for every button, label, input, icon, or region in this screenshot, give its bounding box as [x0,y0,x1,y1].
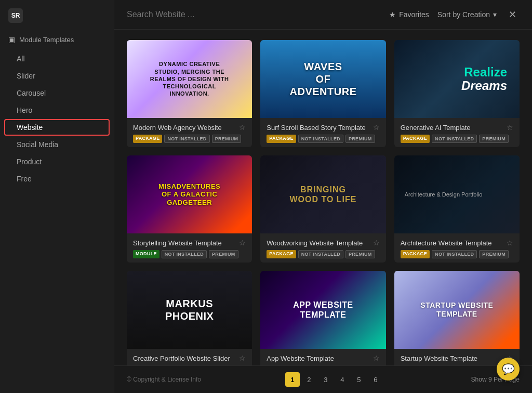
card-title: Modern Web Agency Website [133,124,222,132]
template-card[interactable]: Architecture & Design Portfolio Architec… [394,155,520,263]
template-card[interactable]: APP WEBSITETEMPLATE App Website Template… [260,271,385,365]
favorite-star[interactable]: ☆ [239,123,246,132]
page-button-2[interactable]: 2 [302,372,316,387]
sidebar-section-label: Module Templates [19,36,74,44]
template-grid: DYNAMIC CREATIVESTUDIO, MERGING THEREALM… [127,40,520,365]
tag: NOT INSTALLED [164,135,209,143]
card-footer: Surf Scroll Based Story Template ☆ PACKA… [260,118,385,147]
chat-icon: 💬 [502,363,515,375]
card-title-row: Storytelling Website Template ☆ [133,239,246,247]
card-footer: App Website Template ☆ PACKAGENOT INSTAL… [260,349,385,365]
card-image: APP WEBSITETEMPLATE [260,271,385,349]
tag: PACKAGE [401,135,430,143]
favorite-star[interactable]: ☆ [507,123,513,132]
card-tags: PACKAGENOT INSTALLEDPREMIUM [133,135,246,143]
tag: NOT INSTALLED [432,250,477,258]
card-image: MarkusPhoenix [127,271,252,349]
sidebar-item-all[interactable]: All [4,50,110,67]
tag: PREMIUM [209,250,238,258]
favorite-star[interactable]: ☆ [373,239,380,247]
card-title: Generative AI Template [401,124,471,132]
tag: PREMIUM [345,135,375,143]
card-title-row: Surf Scroll Based Story Template ☆ [267,123,379,132]
tag: PREMIUM [212,135,242,143]
chevron-down-icon: ▾ [493,10,497,19]
sidebar-item-website[interactable]: Website [4,119,110,136]
card-footer: Architecture Website Template ☆ PACKAGEN… [394,233,520,263]
favorites-label: Favorites [399,10,429,19]
search-input[interactable] [127,10,383,19]
sort-button[interactable]: Sort by Creation ▾ [437,10,497,19]
card-footer: Creative Portfolio Website Slider ☆ PACK… [127,349,252,365]
card-title: Startup Website Template [401,355,477,362]
sidebar-item-free[interactable]: Free [4,171,110,187]
favorite-star[interactable]: ☆ [373,123,380,132]
favorite-star[interactable]: ☆ [373,354,380,362]
card-title: Creative Portfolio Website Slider [133,355,230,362]
tag: NOT INSTALLED [298,135,343,143]
tag: NOT INSTALLED [298,250,343,258]
page-button-6[interactable]: 6 [368,372,383,387]
card-image: MISADVENTURESOF A GALACTICGADGETEER [127,155,252,233]
card-title-row: Woodworking Website Template ☆ [267,239,379,247]
template-card[interactable]: DYNAMIC CREATIVESTUDIO, MERGING THEREALM… [127,40,252,147]
favorite-star[interactable]: ☆ [507,239,513,247]
logo-area: SR [0,8,114,33]
sidebar: SR ▣ Module Templates AllSliderCarouselH… [0,0,114,393]
favorite-star[interactable]: ☆ [239,354,246,362]
template-card[interactable]: Startup WebsiteTemplate Startup Website … [394,271,520,365]
card-title: Architecture Website Template [401,239,492,247]
sidebar-item-carousel[interactable]: Carousel [4,85,110,101]
template-grid-area: DYNAMIC CREATIVESTUDIO, MERGING THEREALM… [114,30,532,365]
close-button[interactable]: ✕ [505,7,520,22]
card-image: Architecture & Design Portfolio [394,155,520,233]
sidebar-item-hero[interactable]: Hero [4,102,110,119]
sort-label: Sort by Creation [437,10,490,19]
card-title-row: Creative Portfolio Website Slider ☆ [133,354,246,362]
card-image: BringingWood to Life [260,155,385,233]
card-footer: Generative AI Template ☆ PACKAGENOT INST… [394,118,520,147]
card-title-row: Startup Website Template ☆ [401,354,513,362]
favorites-button[interactable]: ★ Favorites [389,10,429,19]
card-image: DYNAMIC CREATIVESTUDIO, MERGING THEREALM… [127,40,252,118]
template-card[interactable]: MISADVENTURESOF A GALACTICGADGETEER Stor… [127,155,252,263]
header-actions: ★ Favorites Sort by Creation ▾ ✕ [389,7,520,22]
template-card[interactable]: BringingWood to Life Woodworking Website… [260,155,385,263]
card-title: Storytelling Website Template [133,239,222,247]
sidebar-item-product[interactable]: Product [4,153,110,170]
chat-bubble[interactable]: 💬 [497,358,520,381]
copyright-text: © Copyright & License Info [127,376,201,383]
page-button-4[interactable]: 4 [335,372,350,387]
favorite-star[interactable]: ☆ [239,239,246,247]
tag: PREMIUM [479,250,509,258]
sidebar-item-social-media[interactable]: Social Media [4,136,110,153]
logo-badge: SR [8,8,23,23]
module-templates-icon: ▣ [8,35,15,44]
card-title: Woodworking Website Template [267,239,363,247]
card-tags: PACKAGENOT INSTALLEDPREMIUM [267,250,379,258]
card-image: RealizeDreams [394,40,520,118]
template-card[interactable]: WAVESOFADVENTURE Surf Scroll Based Story… [260,40,385,147]
tag: PACKAGE [133,135,162,143]
tag: PACKAGE [267,135,296,143]
card-title-row: Architecture Website Template ☆ [401,239,513,247]
tag: PREMIUM [479,135,509,143]
page-button-5[interactable]: 5 [352,372,366,387]
template-card[interactable]: MarkusPhoenix Creative Portfolio Website… [127,271,252,365]
card-tags: PACKAGENOT INSTALLEDPREMIUM [267,135,379,143]
card-tags: MODULENOT INSTALLEDPREMIUM [133,250,246,258]
page-button-1[interactable]: 1 [285,372,300,387]
card-footer: Woodworking Website Template ☆ PACKAGENO… [260,233,385,263]
card-tags: PACKAGENOT INSTALLEDPREMIUM [401,135,513,143]
sidebar-section-header: ▣ Module Templates [0,33,114,50]
card-footer: Modern Web Agency Website ☆ PACKAGENOT I… [127,118,252,147]
tag: NOT INSTALLED [432,135,477,143]
page-button-3[interactable]: 3 [318,372,333,387]
footer: © Copyright & License Info 123456 Show 9… [114,365,532,393]
tag: NOT INSTALLED [162,250,207,258]
star-icon: ★ [389,10,396,19]
sidebar-item-slider[interactable]: Slider [4,68,110,84]
card-title-row: App Website Template ☆ [267,354,379,362]
template-card[interactable]: RealizeDreams Generative AI Template ☆ P… [394,40,520,147]
card-footer: Storytelling Website Template ☆ MODULENO… [127,233,252,263]
